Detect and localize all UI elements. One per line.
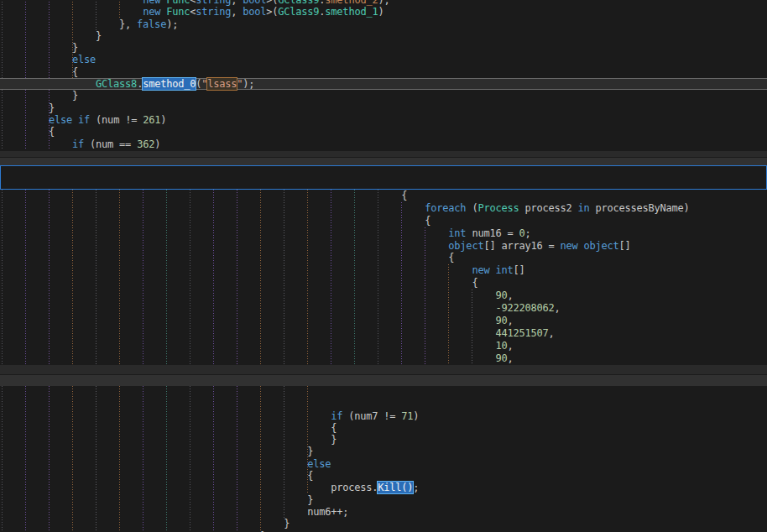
code-token: { [72,66,78,78]
code-token: ; [524,227,530,239]
code-token: bool [243,0,266,6]
code-line[interactable]: if (num == 362) [0,138,767,150]
code-editor[interactable]: new Func<string, bool>(GClass9.smethod_2… [0,0,767,532]
code-token: -922208062 [495,302,554,314]
indentation [2,190,401,201]
code-line[interactable]: } [0,494,767,506]
code-token: 362 [137,138,154,150]
indentation [2,458,307,470]
code-token: } [72,90,78,102]
indentation [2,289,495,301]
code-token: 90 [495,352,507,364]
selected-method-reference[interactable]: Kill() [378,482,413,493]
code-token: int [448,227,466,239]
code-token: string [196,6,231,18]
code-token: , [507,340,513,352]
code-token: , [507,289,513,301]
code-line[interactable]: num6++; [0,506,767,518]
code-line[interactable]: int num16 = 0; [0,227,767,240]
highlighted-code-line[interactable]: GClass8.smethod_0("lsass"); [0,78,767,90]
indentation [2,78,96,90]
indentation [2,102,49,114]
code-token: ) [378,6,384,18]
code-line[interactable]: new Func<string, bool>(GClass9.smethod_2… [0,0,767,6]
code-token: object [583,240,618,252]
code-token: Process [477,202,519,214]
indentation [2,264,472,276]
indentation [2,114,49,126]
code-line[interactable]: { [0,126,767,138]
indentation [2,240,448,252]
code-token: { [401,190,407,201]
indentation [2,482,331,493]
code-line[interactable]: -922208062, [0,302,767,315]
code-token: new [560,240,577,252]
indentation [2,277,472,289]
code-line[interactable]: { [0,470,767,482]
code-line[interactable]: { [0,215,767,227]
highlighted-string-literal[interactable]: lsass [207,78,237,90]
code-token: process. [331,482,378,493]
code-line[interactable]: } [0,90,767,102]
code-line[interactable]: } [0,518,767,529]
code-line[interactable]: 441251507, [0,327,767,340]
code-token: ); [243,78,254,90]
indentation [2,252,448,263]
code-line[interactable]: else [0,458,767,470]
code-line[interactable]: } [0,30,767,42]
code-line[interactable] [0,398,767,409]
code-token: foreach [425,202,466,214]
selected-method-reference[interactable]: smethod_0 [143,78,196,90]
code-line[interactable]: }, false); [0,18,767,30]
code-line[interactable]: 10, [0,340,767,352]
indentation [2,352,495,364]
indentation [2,470,307,482]
code-line[interactable]: { [0,66,767,78]
indentation [2,138,72,150]
code-line[interactable]: } [0,446,767,457]
code-line[interactable]: new int[] [0,264,767,277]
code-token: num16 = [466,227,519,239]
code-token: { [331,422,337,434]
code-token: 10 [495,340,507,352]
code-line[interactable]: 90, [0,315,767,327]
code-token: else [307,458,331,470]
code-token: 261 [143,114,160,126]
code-line[interactable]: } [0,102,767,114]
code-line[interactable]: } [0,434,767,446]
code-sections-layer: new Func<string, bool>(GClass9.smethod_2… [0,0,767,532]
code-line[interactable]: { [0,190,767,202]
code-line[interactable] [0,386,767,398]
code-line[interactable]: 90, [0,352,767,365]
code-token: ) [154,138,160,150]
code-token: in [578,202,590,214]
code-line[interactable]: new Func<string, bool>(GClass9.smethod_1… [0,6,767,18]
code-token: Func [166,6,190,18]
code-line[interactable]: 90, [0,289,767,302]
code-line[interactable]: foreach (Process process2 in processesBy… [0,202,767,215]
code-line[interactable]: process.Kill(); [0,482,767,493]
code-token: ), [378,0,389,6]
code-line[interactable]: { [0,252,767,264]
code-token: bool [243,6,266,18]
code-token: if [331,410,342,422]
code-line[interactable]: object[] array16 = new object[] [0,240,767,253]
code-token: } [96,30,102,42]
code-token: } [331,434,337,446]
code-token: (num7 != [342,410,401,422]
code-line[interactable]: { [0,277,767,289]
code-line[interactable]: else if (num != 261) [0,114,767,126]
indentation [2,0,143,6]
code-token: string [196,0,231,6]
code-line[interactable]: if (num7 != 71) [0,410,767,422]
code-line[interactable]: else [0,54,767,65]
code-token: else [49,114,72,126]
code-token: 71 [401,410,413,422]
indentation [2,30,96,42]
code-token: } [307,494,313,506]
code-token: (num != [90,114,143,126]
code-line[interactable]: { [0,422,767,434]
code-token: , [507,352,513,364]
code-line[interactable]: } [0,42,767,54]
code-token: Func [166,0,190,6]
